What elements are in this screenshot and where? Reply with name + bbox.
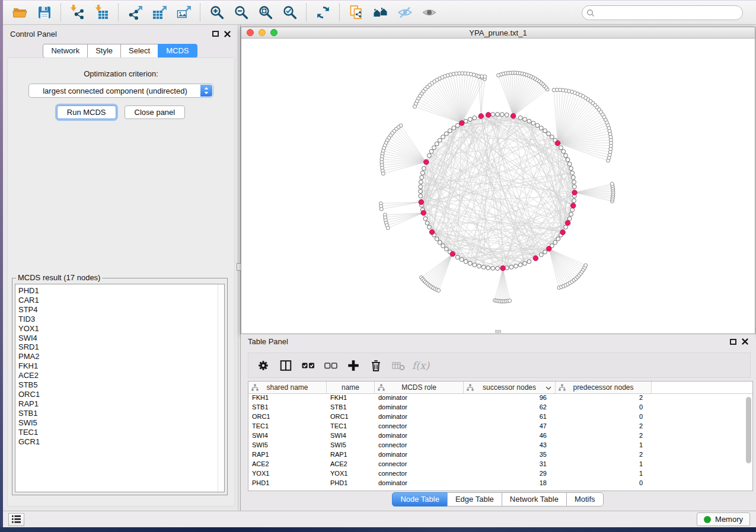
close-panel-button[interactable]: Close panel (125, 105, 186, 119)
graph-node[interactable] (441, 135, 445, 139)
graph-hub-node[interactable] (565, 220, 570, 226)
tab-network-table[interactable]: Network Table (502, 492, 567, 507)
mcds-result-list[interactable]: PHD1CAR1STP4TID3YOX1SWI4SRD1PMA2FKH1ACE2… (15, 284, 225, 492)
graph-leaf-node[interactable] (497, 73, 500, 77)
table-row[interactable]: FKH1FKH1dominator962 (248, 394, 752, 403)
tab-node-table[interactable]: Node Table (392, 492, 448, 507)
graph-node[interactable] (432, 146, 436, 150)
graph-node[interactable] (452, 126, 456, 130)
result-list-item[interactable]: STB5 (18, 380, 224, 390)
export-image-button[interactable] (171, 2, 196, 23)
graph-node[interactable] (569, 166, 573, 171)
graph-hub-node[interactable] (572, 190, 578, 196)
graph-node[interactable] (491, 266, 495, 270)
graph-node[interactable] (491, 113, 495, 117)
graph-node[interactable] (527, 119, 531, 123)
graph-node[interactable] (464, 259, 468, 264)
graph-node[interactable] (518, 263, 522, 267)
graph-hub-node[interactable] (511, 113, 516, 118)
graph-leaf-node[interactable] (413, 105, 417, 108)
result-list-item[interactable]: FKH1 (18, 361, 224, 371)
panel-menu-button[interactable] (8, 513, 24, 526)
graph-node[interactable] (448, 129, 452, 133)
table-row[interactable]: SWI5SWI5connector431 (248, 441, 752, 451)
function-builder-button[interactable]: f(x) (412, 360, 429, 371)
result-list-item[interactable]: SRD1 (18, 342, 224, 352)
network-graph[interactable] (241, 39, 755, 334)
result-list-item[interactable]: TEC1 (18, 428, 224, 437)
graph-node[interactable] (419, 190, 423, 194)
graph-node[interactable] (569, 212, 573, 216)
graph-leaf-node[interactable] (386, 226, 390, 230)
graph-node[interactable] (422, 166, 426, 171)
refresh-button[interactable] (311, 2, 335, 23)
column-header-name[interactable]: name (327, 382, 375, 393)
graph-node[interactable] (509, 265, 513, 270)
graph-hub-node[interactable] (460, 121, 465, 126)
graph-node[interactable] (425, 221, 429, 225)
graph-node[interactable] (556, 237, 560, 241)
tab-motifs[interactable]: Motifs (566, 492, 604, 507)
column-header-predecessor-nodes[interactable]: predecessor nodes (556, 382, 652, 393)
graph-node[interactable] (570, 171, 575, 175)
graph-node[interactable] (419, 180, 423, 184)
graph-hub-node[interactable] (421, 210, 426, 216)
graph-node[interactable] (444, 247, 448, 251)
zoom-selected-button[interactable] (277, 2, 302, 23)
tab-network[interactable]: Network (43, 44, 88, 58)
graph-node[interactable] (428, 225, 432, 229)
open-file-button[interactable] (8, 2, 32, 23)
search-input[interactable] (582, 5, 743, 20)
graph-node[interactable] (438, 138, 442, 142)
graph-node[interactable] (572, 185, 576, 189)
graph-node[interactable] (441, 244, 445, 248)
result-list-item[interactable]: CAR1 (18, 296, 224, 305)
graph-node[interactable] (567, 162, 572, 166)
graph-node[interactable] (566, 158, 570, 162)
graph-node[interactable] (435, 142, 439, 146)
graph-node[interactable] (535, 123, 540, 127)
graph-leaf-node[interactable] (610, 182, 614, 185)
export-table-button[interactable] (147, 2, 171, 23)
graph-hub-node[interactable] (560, 230, 566, 235)
graph-leaf-node[interactable] (379, 207, 383, 211)
graph-node[interactable] (420, 175, 424, 180)
graph-node[interactable] (419, 185, 423, 189)
graph-node[interactable] (468, 117, 473, 121)
graph-node[interactable] (473, 263, 477, 267)
column-layout-button[interactable] (276, 355, 296, 376)
graph-node[interactable] (518, 116, 522, 120)
export-network-button[interactable] (123, 2, 147, 23)
tab-edge-table[interactable]: Edge Table (447, 492, 502, 507)
table-scrollbar-thumb[interactable] (746, 397, 751, 463)
graph-node[interactable] (444, 132, 448, 136)
graph-node[interactable] (539, 126, 543, 130)
graph-node[interactable] (473, 116, 477, 120)
gear-button[interactable] (253, 355, 273, 376)
graph-node[interactable] (564, 225, 568, 229)
first-neighbors-button[interactable] (368, 2, 393, 23)
result-list-item[interactable]: PMA2 (18, 352, 224, 361)
table-row[interactable]: ACE2ACE2connector311 (248, 460, 752, 470)
new-network-from-selection-button[interactable] (344, 2, 368, 23)
graph-node[interactable] (559, 146, 563, 150)
run-mcds-button[interactable]: Run MCDS (57, 105, 116, 119)
graph-node[interactable] (500, 113, 504, 117)
criterion-dropdown[interactable]: largest connected component (undirected) (28, 84, 213, 98)
graph-node[interactable] (419, 194, 423, 198)
graph-hub-node[interactable] (479, 114, 484, 119)
result-list-scrollbar[interactable] (218, 284, 224, 492)
graph-node[interactable] (496, 267, 500, 271)
tab-style[interactable]: Style (87, 44, 121, 58)
graph-node[interactable] (523, 261, 527, 265)
graph-node[interactable] (514, 264, 518, 268)
graph-node[interactable] (572, 175, 576, 180)
graph-node[interactable] (435, 237, 439, 241)
graph-node[interactable] (420, 171, 425, 175)
show-all-button[interactable] (417, 2, 441, 23)
graph-hub-node[interactable] (429, 229, 435, 235)
graph-node[interactable] (564, 153, 568, 158)
graph-node[interactable] (477, 264, 481, 268)
graph-node[interactable] (460, 258, 464, 262)
result-list-item[interactable]: GCR1 (18, 437, 224, 447)
